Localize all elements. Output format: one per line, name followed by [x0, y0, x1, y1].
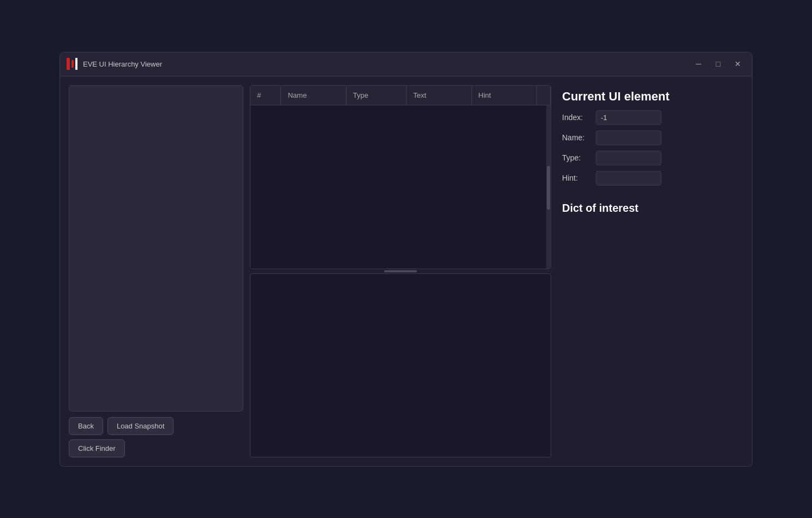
dict-of-interest-title: Dict of interest [562, 202, 743, 215]
name-input[interactable] [596, 130, 661, 145]
type-field-row: Type: [562, 151, 743, 165]
logo-bar-2 [71, 60, 74, 68]
panel-divider[interactable] [250, 269, 551, 273]
lower-table-area[interactable] [250, 273, 551, 457]
click-finder-button[interactable]: Click Finder [69, 439, 125, 457]
logo-bar-1 [67, 58, 70, 70]
index-label: Index: [562, 113, 589, 122]
window-controls: ─ □ ✕ [691, 56, 745, 72]
titlebar: EVE UI Hierarchy Viewer ─ □ ✕ [60, 52, 752, 76]
type-label: Type: [562, 153, 589, 162]
scrollbar-thumb [547, 166, 550, 210]
right-panel: Current UI element Index: Name: Type: Hi… [558, 85, 743, 457]
table-body[interactable] [250, 105, 551, 269]
button-row-1: Back Load Snapshot [69, 417, 243, 435]
table-header: # Name Type Text Hint [250, 86, 551, 105]
load-snapshot-button[interactable]: Load Snapshot [108, 417, 174, 435]
col-header-hint: Hint [472, 86, 537, 105]
col-header-extra [537, 86, 551, 105]
name-field-row: Name: [562, 130, 743, 145]
hint-label: Hint: [562, 174, 589, 182]
close-button[interactable]: ✕ [730, 56, 745, 72]
upper-table-area: # Name Type Text Hint [250, 85, 551, 269]
hint-input[interactable] [596, 171, 661, 186]
divider-handle [384, 270, 417, 272]
minimize-button[interactable]: ─ [691, 56, 706, 72]
col-header-name: Name [281, 86, 346, 105]
ui-request-textarea[interactable] [69, 85, 243, 412]
hint-field-row: Hint: [562, 171, 743, 186]
vertical-scrollbar[interactable] [546, 105, 551, 269]
index-input[interactable] [596, 110, 661, 125]
app-logo [67, 58, 77, 70]
current-ui-element-title: Current UI element [562, 90, 743, 104]
col-header-text: Text [407, 86, 471, 105]
col-header-type: Type [347, 86, 407, 105]
col-header-num: # [250, 86, 281, 105]
button-row-2: Click Finder [69, 439, 243, 457]
left-buttons: Back Load Snapshot Click Finder [69, 417, 243, 457]
left-panel: Back Load Snapshot Click Finder [69, 85, 243, 457]
index-field-row: Index: [562, 110, 743, 125]
window-title: EVE UI Hierarchy Viewer [83, 60, 162, 68]
type-input[interactable] [596, 151, 661, 165]
logo-bar-3 [75, 58, 77, 70]
maximize-button[interactable]: □ [710, 56, 726, 72]
name-label: Name: [562, 133, 589, 142]
main-window: EVE UI Hierarchy Viewer ─ □ ✕ Back Load … [59, 52, 753, 467]
back-button[interactable]: Back [69, 417, 103, 435]
center-panel: # Name Type Text Hint [250, 85, 551, 457]
main-content: Back Load Snapshot Click Finder # Name T… [60, 76, 752, 466]
